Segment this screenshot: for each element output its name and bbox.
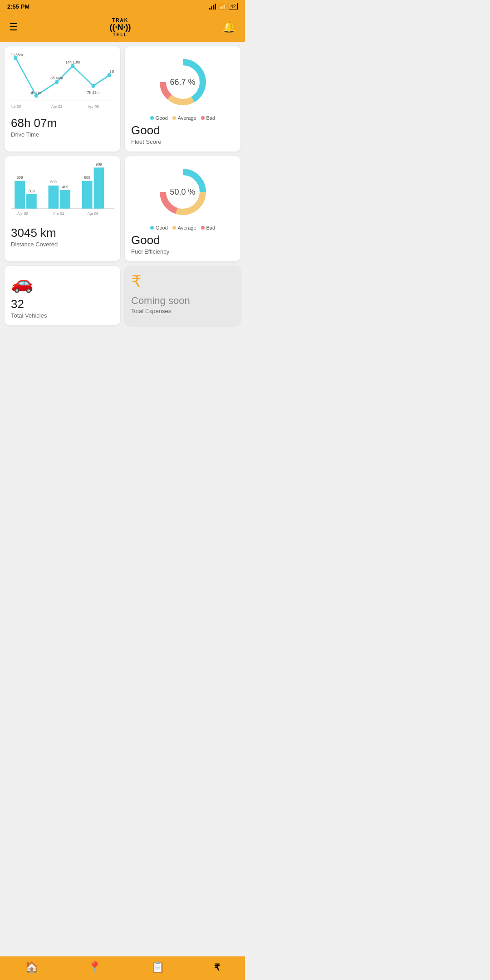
svg-text:Apr 06: Apr 06	[88, 104, 98, 109]
logo-tell: TELL	[113, 32, 127, 37]
svg-text:509: 509	[50, 180, 57, 184]
bar	[60, 190, 70, 209]
fuel-average-dot	[172, 226, 176, 230]
bar	[49, 186, 59, 209]
fleet-donut-svg	[156, 55, 210, 109]
svg-text:Apr 02: Apr 02	[11, 104, 21, 109]
fuel-efficiency-label: Fuel Efficiency	[131, 248, 234, 255]
fuel-legend-bad: Bad	[201, 225, 216, 230]
svg-text:909: 909	[96, 162, 102, 167]
distance-label: Distance Covered	[11, 241, 114, 248]
fuel-efficiency-donut: 50.0 %	[131, 162, 234, 221]
svg-text:309: 309	[29, 188, 35, 193]
fuel-bad-label: Bad	[206, 225, 216, 230]
status-time: 2:55 PM	[7, 3, 29, 10]
line-chart-svg: 22h 38m 3h 11m 8h 44m 14h 18m 7h 43m 11h…	[11, 53, 114, 112]
logo: TRAK ((·N·)) TELL	[110, 18, 131, 37]
svg-text:Apr 06: Apr 06	[87, 211, 98, 216]
fleet-score-card: 66.7 % Good Average Bad Good Fleet Score	[125, 46, 240, 152]
drive-time-label: Drive Time	[11, 131, 114, 138]
car-icon: 🚗	[11, 272, 114, 294]
bell-icon[interactable]: 🔔	[222, 21, 236, 34]
fuel-good-dot	[150, 226, 154, 230]
good-label: Good	[156, 115, 168, 121]
svg-text:8h 44m: 8h 44m	[50, 76, 63, 81]
expenses-status: Coming soon	[131, 295, 234, 307]
svg-text:Apr 02: Apr 02	[17, 211, 28, 216]
drive-time-value: 68h 07m	[11, 116, 114, 130]
distance-bar-chart: 609 309 509 409 609 909 Apr 02 Apr 04 Ap…	[11, 162, 114, 221]
bar	[94, 167, 104, 208]
legend-bad: Bad	[201, 115, 216, 121]
bar	[82, 181, 93, 209]
svg-text:409: 409	[62, 184, 69, 189]
drive-time-chart: 22h 38m 3h 11m 8h 44m 14h 18m 7h 43m 11h…	[11, 53, 114, 112]
distance-value: 3045 km	[11, 226, 114, 240]
signal-icon	[209, 3, 216, 10]
svg-point-4	[71, 64, 74, 68]
bad-label: Bad	[206, 115, 216, 121]
status-icons: 📶 42	[209, 3, 238, 10]
expenses-label: Total Expenses	[131, 308, 234, 314]
vehicles-label: Total Vehicles	[11, 312, 114, 319]
hamburger-menu-icon[interactable]: ☰	[9, 22, 18, 32]
fuel-bad-dot	[201, 226, 205, 230]
drive-time-card: 22h 38m 3h 11m 8h 44m 14h 18m 7h 43m 11h…	[5, 46, 120, 152]
svg-text:14h 18m: 14h 18m	[65, 59, 80, 64]
wifi-icon: 📶	[219, 3, 226, 10]
logo-wave-row: ((·N·))	[110, 23, 131, 32]
fuel-donut-svg	[156, 165, 210, 219]
fleet-score-status: Good	[131, 123, 234, 137]
header: ☰ TRAK ((·N·)) TELL 🔔	[0, 13, 245, 42]
logo-wave-icon: ((·N·))	[110, 23, 131, 32]
fuel-legend-average: Average	[172, 225, 196, 230]
svg-text:22h 38m: 22h 38m	[11, 53, 23, 57]
fuel-efficiency-card: 50.0 % Good Average Bad Good Fuel Effici…	[125, 156, 240, 261]
svg-text:609: 609	[84, 175, 90, 180]
legend-good: Good	[150, 115, 168, 121]
vehicles-card: 🚗 32 Total Vehicles	[5, 266, 120, 325]
legend-average: Average	[172, 115, 196, 121]
fuel-legend-good: Good	[150, 225, 168, 230]
svg-point-3	[55, 80, 59, 84]
average-dot	[172, 116, 176, 120]
status-bar: 2:55 PM 📶 42	[0, 0, 245, 13]
bar-chart-svg: 609 309 509 409 609 909 Apr 02 Apr 04 Ap…	[11, 162, 114, 221]
logo-trak: TRAK	[112, 18, 128, 23]
good-dot	[150, 116, 154, 120]
distance-card: 609 309 509 409 609 909 Apr 02 Apr 04 Ap…	[5, 156, 120, 261]
fuel-good-label: Good	[156, 225, 168, 230]
svg-text:Apr 04: Apr 04	[53, 211, 64, 216]
fleet-score-label: Fleet Score	[131, 138, 234, 145]
svg-text:3h 11m: 3h 11m	[30, 91, 42, 96]
fuel-efficiency-legend: Good Average Bad	[131, 225, 234, 230]
svg-text:7h 43m: 7h 43m	[87, 90, 99, 95]
fuel-efficiency-status: Good	[131, 233, 234, 247]
vehicles-count: 32	[11, 297, 114, 311]
bar	[26, 194, 37, 209]
fleet-score-donut: 66.7 %	[131, 53, 234, 112]
main-grid: 22h 38m 3h 11m 8h 44m 14h 18m 7h 43m 11h…	[0, 42, 245, 330]
battery-icon: 42	[229, 3, 238, 10]
average-label: Average	[178, 115, 196, 121]
svg-text:11h 31m: 11h 31m	[109, 69, 114, 74]
svg-text:609: 609	[17, 175, 23, 180]
bar	[15, 181, 25, 209]
svg-point-5	[91, 84, 95, 88]
fuel-average-label: Average	[178, 225, 196, 230]
bad-dot	[201, 116, 205, 120]
svg-text:Apr 04: Apr 04	[51, 104, 62, 109]
rupee-icon: ₹	[131, 272, 234, 291]
fleet-score-legend: Good Average Bad	[131, 115, 234, 121]
expenses-card: ₹ Coming soon Total Expenses	[125, 266, 240, 325]
